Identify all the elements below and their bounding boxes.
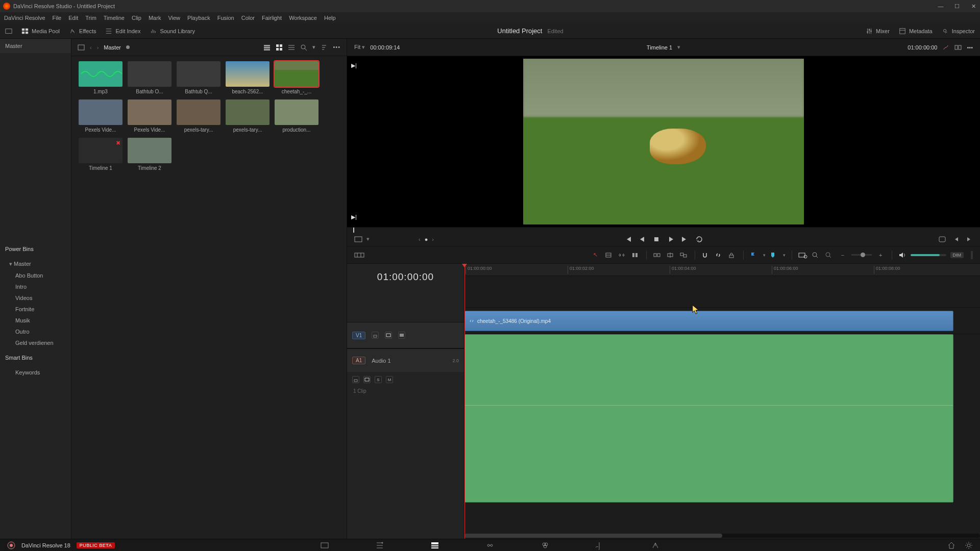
video-track-badge[interactable]: V1 bbox=[352, 332, 365, 339]
lock-icon[interactable] bbox=[372, 332, 379, 339]
bin-master[interactable]: Master bbox=[0, 258, 71, 270]
search-dropdown-icon[interactable]: ▾ bbox=[312, 44, 315, 51]
sort-button[interactable] bbox=[321, 44, 328, 51]
menu-item[interactable]: Color bbox=[241, 15, 255, 21]
match-frame-button[interactable] bbox=[938, 236, 946, 243]
auto-select-icon[interactable] bbox=[385, 332, 392, 339]
media-timeline[interactable]: Timeline 2 bbox=[128, 138, 172, 171]
strip-view-button[interactable] bbox=[288, 44, 295, 51]
media-clip[interactable]: pexels-tary... bbox=[177, 99, 220, 133]
menu-item[interactable]: DaVinci Resolve bbox=[4, 15, 45, 21]
overwrite-button[interactable] bbox=[966, 236, 973, 243]
mode-dot-icon[interactable]: ● bbox=[425, 236, 428, 242]
audio-track[interactable] bbox=[464, 334, 980, 508]
view-options-button[interactable] bbox=[354, 236, 362, 243]
video-track[interactable]: cheetah_-_53486 (Original).mp4 bbox=[464, 308, 980, 334]
breadcrumb[interactable]: Master bbox=[104, 44, 121, 51]
insert-button[interactable] bbox=[952, 236, 960, 243]
zoom-out-button[interactable]: − bbox=[838, 252, 847, 258]
menu-item[interactable]: Workspace bbox=[289, 15, 317, 21]
bin-header[interactable]: Master bbox=[0, 39, 71, 53]
chevron-down-icon[interactable]: ▾ bbox=[677, 44, 680, 51]
timeline-ruler[interactable]: 01:00:00:00 01:00:02:00 01:00:04:00 01:0… bbox=[464, 264, 980, 276]
bin-item[interactable]: Intro bbox=[0, 281, 71, 292]
bin-item[interactable]: Videos bbox=[0, 292, 71, 304]
video-track-header[interactable]: V1 bbox=[347, 322, 464, 348]
metadata-toggle[interactable]: Metadata bbox=[899, 28, 933, 35]
viewer-first-frame-icon[interactable]: ▶| bbox=[351, 62, 359, 70]
prev-edit-button[interactable]: ‹ bbox=[419, 236, 421, 242]
viewer-scrubber[interactable] bbox=[347, 227, 980, 232]
play-button[interactable] bbox=[667, 235, 675, 243]
playhead[interactable] bbox=[464, 264, 465, 539]
menu-item[interactable]: Timeline bbox=[104, 15, 125, 21]
link-toggle[interactable] bbox=[715, 252, 724, 259]
media-clip[interactable]: Bathtub O... bbox=[128, 61, 172, 94]
media-clip[interactable]: beach-2562... bbox=[226, 61, 270, 94]
edit-index-toggle[interactable]: Edit Index bbox=[105, 28, 140, 35]
zoom-custom-button[interactable] bbox=[825, 252, 834, 259]
media-clip[interactable]: pexels-tary... bbox=[226, 99, 270, 133]
fairlight-page-button[interactable] bbox=[596, 541, 605, 550]
selection-tool[interactable]: ↖ bbox=[591, 252, 600, 258]
media-clip[interactable]: 1.mp3 bbox=[79, 61, 122, 94]
bypass-icon[interactable] bbox=[942, 44, 949, 51]
media-clip[interactable]: Pexels Vide... bbox=[128, 99, 172, 133]
media-pool-toggle[interactable]: Media Pool bbox=[21, 28, 60, 35]
dual-view-button[interactable] bbox=[954, 44, 962, 51]
more-button[interactable]: ••• bbox=[333, 44, 340, 51]
auto-select-icon[interactable] bbox=[363, 376, 371, 383]
loop-button[interactable] bbox=[695, 235, 703, 243]
step-back-button[interactable] bbox=[638, 235, 646, 243]
dim-button[interactable]: DIM bbox=[950, 252, 964, 258]
chevron-down-icon[interactable]: ▾ bbox=[763, 253, 766, 258]
edit-page-button[interactable] bbox=[430, 541, 439, 550]
zoom-slider[interactable] bbox=[851, 254, 872, 256]
media-clip[interactable]: production... bbox=[275, 99, 318, 133]
media-clip[interactable]: Pexels Vide... bbox=[79, 99, 122, 133]
media-clip[interactable]: Bathtub Q... bbox=[177, 61, 220, 94]
zoom-in-button[interactable]: + bbox=[876, 252, 885, 258]
menu-item[interactable]: Clip bbox=[132, 15, 141, 21]
timeline-tracks-area[interactable]: 01:00:00:00 01:00:02:00 01:00:04:00 01:0… bbox=[464, 264, 980, 539]
marker-button[interactable] bbox=[770, 252, 779, 259]
audio-track-header[interactable]: A1 Audio 1 2.0 bbox=[347, 348, 464, 372]
bin-item[interactable]: Fortnite bbox=[0, 304, 71, 315]
viewer[interactable]: ▶| ▶| bbox=[347, 56, 980, 227]
flag-button[interactable] bbox=[750, 252, 759, 259]
audio-clip[interactable] bbox=[464, 334, 953, 503]
menu-item[interactable]: Edit bbox=[68, 15, 78, 21]
go-end-button[interactable] bbox=[681, 235, 689, 243]
lock-icon[interactable] bbox=[352, 376, 359, 383]
fit-dropdown[interactable]: Fit ▾ bbox=[354, 44, 365, 51]
nav-fwd-button[interactable]: › bbox=[97, 44, 99, 51]
replace-clip-button[interactable] bbox=[679, 252, 689, 259]
menu-item[interactable]: Mark bbox=[149, 15, 161, 21]
bin-item[interactable]: Abo Button bbox=[0, 270, 71, 281]
bin-item[interactable]: Outro bbox=[0, 326, 71, 337]
insert-clip-button[interactable] bbox=[653, 252, 662, 259]
timeline-name[interactable]: Timeline 1 bbox=[647, 44, 672, 51]
color-page-button[interactable] bbox=[541, 541, 550, 550]
media-page-button[interactable] bbox=[320, 541, 329, 550]
maximize-button[interactable]: ☐ bbox=[953, 3, 961, 10]
lock-toggle[interactable] bbox=[728, 252, 737, 259]
solo-button[interactable]: S bbox=[375, 376, 382, 383]
volume-slider[interactable] bbox=[911, 254, 946, 256]
chevron-down-icon[interactable]: ▾ bbox=[783, 253, 786, 258]
audio-track-badge[interactable]: A1 bbox=[352, 357, 365, 364]
bin-dropdown-icon[interactable] bbox=[78, 44, 85, 51]
meter-icon[interactable] bbox=[971, 251, 973, 259]
video-clip[interactable]: cheetah_-_53486 (Original).mp4 bbox=[464, 311, 953, 331]
bin-item[interactable]: Geld verdienen bbox=[0, 337, 71, 348]
menu-item[interactable]: Help bbox=[324, 15, 336, 21]
disable-track-icon[interactable] bbox=[398, 332, 405, 339]
home-button[interactable] bbox=[947, 541, 955, 549]
cut-page-button[interactable] bbox=[375, 541, 384, 550]
smart-bin-item[interactable]: Keywords bbox=[0, 367, 71, 378]
mixer-toggle[interactable]: Mixer bbox=[866, 28, 890, 35]
trim-tool[interactable] bbox=[604, 252, 614, 259]
fusion-page-button[interactable] bbox=[485, 541, 495, 550]
overwrite-clip-button[interactable] bbox=[666, 252, 675, 259]
chevron-down-icon[interactable]: ▾ bbox=[366, 236, 370, 242]
